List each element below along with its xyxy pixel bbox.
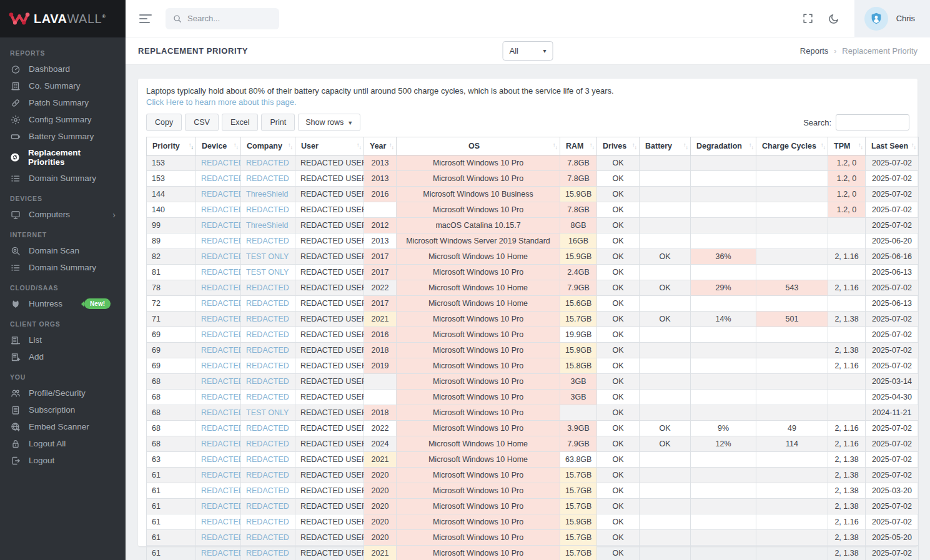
table-cell-link[interactable]: REDACTED — [196, 327, 241, 343]
table-cell-link[interactable]: REDACTED — [196, 483, 241, 499]
column-header-drives[interactable]: Drives↑↓ — [597, 137, 640, 155]
table-cell-link[interactable]: REDACTED — [241, 390, 295, 405]
table-cell-link[interactable]: REDACTED — [196, 187, 241, 202]
table-cell-link[interactable]: REDACTED — [196, 499, 241, 514]
breadcrumb-reports[interactable]: Reports — [800, 46, 829, 56]
table-cell-link[interactable]: REDACTED — [196, 249, 241, 265]
table-cell-link[interactable]: REDACTED — [196, 280, 241, 296]
table-cell-link[interactable]: REDACTED — [241, 546, 295, 560]
sidebar-item-battery-summary[interactable]: Battery Summary — [0, 128, 126, 145]
table-cell-link[interactable]: REDACTED — [241, 296, 295, 312]
table-cell-link[interactable]: REDACTED — [196, 390, 241, 405]
sidebar-item-dashboard[interactable]: Dashboard — [0, 61, 126, 77]
table-cell-link[interactable]: REDACTED — [241, 327, 295, 343]
table-cell-link[interactable]: REDACTED — [196, 546, 241, 560]
table-cell-link[interactable]: REDACTED — [196, 312, 241, 327]
app-logo[interactable]: LAVAWALL® — [0, 0, 126, 37]
show-rows-button[interactable]: Show rows▼ — [298, 114, 360, 131]
column-header-last-seen[interactable]: Last Seen↑↓ — [866, 137, 919, 155]
table-cell-link[interactable]: REDACTED — [196, 468, 241, 483]
global-search[interactable] — [166, 8, 279, 29]
table-cell-link[interactable]: REDACTED — [196, 514, 241, 530]
table-cell-link[interactable]: TEST ONLY — [241, 249, 295, 265]
table-cell-link[interactable]: REDACTED — [196, 233, 241, 249]
sidebar-item-co-summary[interactable]: Co. Summary — [0, 77, 126, 94]
sidebar-item-embed-scanner[interactable]: Embed Scanner — [0, 418, 126, 435]
sidebar-item-subscription[interactable]: Subscription — [0, 401, 126, 418]
sidebar-item-replacement-priorities[interactable]: Replacement Priorities — [0, 145, 126, 170]
table-cell-link[interactable]: REDACTED — [241, 312, 295, 327]
table-cell-link[interactable]: REDACTED — [241, 452, 295, 468]
sidebar-item-domain-summary[interactable]: Domain Summary — [0, 170, 126, 187]
table-cell-link[interactable]: REDACTED — [196, 374, 241, 390]
table-cell-link[interactable]: REDACTED — [241, 530, 295, 546]
menu-toggle-icon[interactable] — [139, 12, 153, 26]
table-cell-link[interactable]: REDACTED — [241, 514, 295, 530]
table-cell-link[interactable]: REDACTED — [196, 296, 241, 312]
table-cell-link[interactable]: REDACTED — [241, 468, 295, 483]
sidebar-item-domain-summary[interactable]: Domain Summary — [0, 259, 126, 276]
table-row: 81REDACTEDTEST ONLYREDACTED USER2017Micr… — [147, 265, 919, 280]
table-cell-link[interactable]: REDACTED — [196, 155, 241, 171]
table-cell-link[interactable]: REDACTED — [196, 436, 241, 452]
copy-button[interactable]: Copy — [146, 114, 182, 131]
sidebar-item-huntress[interactable]: HuntressNew! — [0, 295, 126, 312]
column-header-charge-cycles[interactable]: Charge Cycles↑↓ — [756, 137, 828, 155]
dark-mode-icon[interactable] — [828, 13, 839, 24]
column-header-device[interactable]: Device↑↓ — [196, 137, 241, 155]
global-search-input[interactable] — [187, 14, 262, 23]
table-cell-link[interactable]: ThreeShield — [241, 187, 295, 202]
table-cell-link[interactable]: REDACTED — [196, 265, 241, 280]
table-cell-link[interactable]: ThreeShield — [241, 218, 295, 233]
column-header-ram[interactable]: RAM↑↓ — [560, 137, 597, 155]
fullscreen-icon[interactable] — [803, 13, 813, 24]
table-cell-link[interactable]: REDACTED — [241, 436, 295, 452]
column-header-os[interactable]: OS↑↓ — [397, 137, 560, 155]
table-cell-link[interactable]: REDACTED — [241, 343, 295, 358]
table-cell-link[interactable]: REDACTED — [196, 343, 241, 358]
column-header-company[interactable]: Company↑↓ — [241, 137, 295, 155]
column-header-priority[interactable]: Priority↑↓ — [147, 137, 196, 155]
table-cell-link[interactable]: REDACTED — [196, 218, 241, 233]
column-header-year[interactable]: Year↑↓ — [364, 137, 397, 155]
table-cell-link[interactable]: REDACTED — [196, 452, 241, 468]
column-header-degradation[interactable]: Degradation↑↓ — [691, 137, 756, 155]
column-header-battery[interactable]: Battery↑↓ — [640, 137, 691, 155]
sidebar-item-config-summary[interactable]: Config Summary — [0, 111, 126, 128]
table-cell-link[interactable]: REDACTED — [196, 358, 241, 374]
table-cell-link[interactable]: REDACTED — [196, 171, 241, 187]
column-header-tpm[interactable]: TPM↑↓ — [828, 137, 866, 155]
table-cell-link[interactable]: REDACTED — [241, 155, 295, 171]
table-cell-link[interactable]: REDACTED — [241, 358, 295, 374]
table-cell-link[interactable]: REDACTED — [241, 233, 295, 249]
company-filter-select[interactable]: All▾ — [503, 41, 553, 61]
sidebar-item-computers[interactable]: Computers› — [0, 206, 126, 223]
sidebar-item-logout[interactable]: Logout — [0, 452, 126, 469]
table-cell-link[interactable]: TEST ONLY — [241, 405, 295, 421]
table-cell-link[interactable]: REDACTED — [196, 530, 241, 546]
sidebar-item-logout-all[interactable]: Logout All — [0, 435, 126, 452]
table-cell-link[interactable]: TEST ONLY — [241, 265, 295, 280]
table-cell-link[interactable]: REDACTED — [241, 374, 295, 390]
sidebar-item-list[interactable]: List — [0, 332, 126, 348]
table-cell-link[interactable]: REDACTED — [196, 421, 241, 436]
table-cell-link[interactable]: REDACTED — [196, 202, 241, 218]
table-cell-link[interactable]: REDACTED — [241, 499, 295, 514]
table-cell-link[interactable]: REDACTED — [241, 202, 295, 218]
learn-more-link[interactable]: Click Here to hearn more about this page… — [146, 97, 909, 108]
table-cell-link[interactable]: REDACTED — [241, 483, 295, 499]
excel-button[interactable]: Excel — [222, 114, 259, 131]
sidebar-item-patch-summary[interactable]: Patch Summary — [0, 94, 126, 111]
sidebar-item-domain-scan[interactable]: Domain Scan — [0, 242, 126, 259]
table-search-input[interactable] — [836, 114, 909, 130]
sidebar-item-profile-security[interactable]: Profile/Security — [0, 385, 126, 401]
table-cell-link[interactable]: REDACTED — [241, 280, 295, 296]
column-header-user[interactable]: User↑↓ — [295, 137, 364, 155]
print-button[interactable]: Print — [261, 114, 295, 131]
user-menu[interactable]: Chris — [854, 0, 930, 37]
sidebar-item-add[interactable]: Add — [0, 348, 126, 365]
table-cell-link[interactable]: REDACTED — [196, 405, 241, 421]
csv-button[interactable]: CSV — [185, 114, 219, 131]
table-cell-link[interactable]: REDACTED — [241, 421, 295, 436]
table-cell-link[interactable]: REDACTED — [241, 171, 295, 187]
